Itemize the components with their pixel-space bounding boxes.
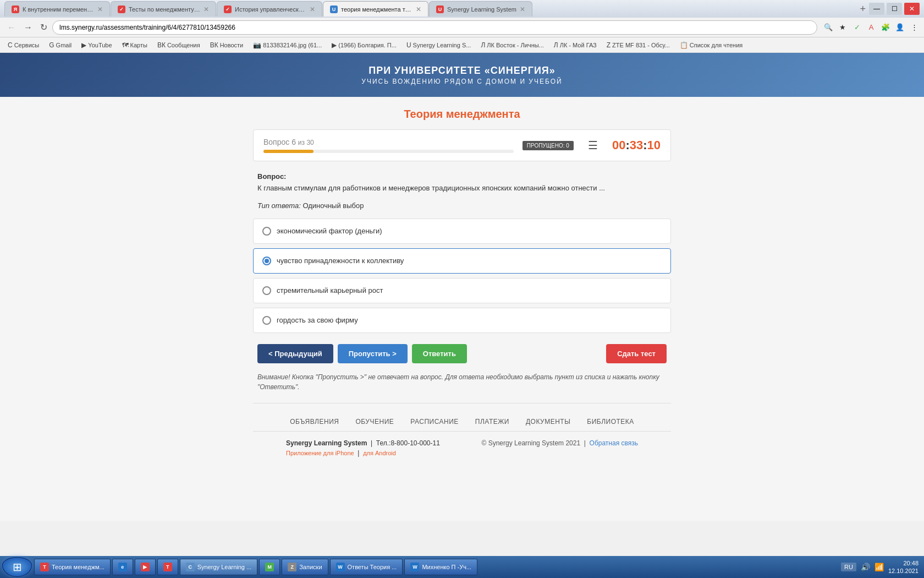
bookmark-список-для-чтения[interactable]: 📋Список для чтения xyxy=(676,40,746,50)
bookmark-лк-восток---личны...[interactable]: ЛЛК Восток - Личны... xyxy=(477,40,547,50)
footer-right: © Synergy Learning System 2021 | Обратна… xyxy=(482,439,638,447)
tab-close-icon[interactable]: ✕ xyxy=(97,6,103,13)
main-container: Теория менеджмента Вопрос 6 из 30 ПРОПУЩ… xyxy=(248,97,676,476)
menu-icon[interactable]: ⋮ xyxy=(909,22,920,33)
taskbar-item-8[interactable]: W Михненко П -Уч... xyxy=(404,559,477,575)
prev-button[interactable]: < Предыдущий xyxy=(257,344,333,363)
tab-label: К внутренним переменным ор... xyxy=(23,6,94,13)
extension-icon[interactable]: 🧩 xyxy=(880,22,891,33)
bookmark-сообщения[interactable]: ВКСообщения xyxy=(154,40,204,50)
taskbar-item-3[interactable]: T xyxy=(157,559,178,575)
bookmark-лк---мой-газ[interactable]: ЛЛК - Мой ГАЗ xyxy=(551,40,600,50)
footer-nav-платежи[interactable]: ПЛАТЕЖИ xyxy=(475,418,509,426)
submit-button[interactable]: Сдать тест xyxy=(606,344,667,363)
new-tab-button[interactable]: + xyxy=(856,4,869,14)
tab-close-icon[interactable]: ✕ xyxy=(204,6,209,13)
iphone-link[interactable]: Приложение для iPhone xyxy=(286,450,354,456)
footer-nav: ОБЪЯВЛЕНИЯОБУЧЕНИЕРАСПИСАНИЕПЛАТЕЖИДОКУМ… xyxy=(253,412,671,432)
network-icon[interactable]: 📶 xyxy=(875,563,884,571)
answer-text-3: стремительный карьерный рост xyxy=(277,286,383,295)
taskbar-date-display: 12.10.2021 xyxy=(888,567,919,575)
browser-tab-3[interactable]: ✓ История управленческой мыс... ✕ xyxy=(217,1,322,17)
answer-option-3[interactable]: стремительный карьерный рост xyxy=(253,278,671,303)
tab-label: История управленческой мыс... xyxy=(235,6,306,13)
bookmark-icon: С xyxy=(8,41,13,49)
taskbar-label-6: Записки xyxy=(299,564,322,570)
account-icon[interactable]: 👤 xyxy=(894,22,905,33)
bookmark-(1966)-болгария.-п...[interactable]: ▶(1966) Болгария. П... xyxy=(328,40,400,50)
feedback-link[interactable]: Обратная связь xyxy=(590,439,638,447)
bookmark-карты[interactable]: 🗺Карты xyxy=(119,40,151,50)
nav-icons: 🔍 ★ ✓ A 🧩 👤 ⋮ xyxy=(823,22,920,33)
taskbar-icon-5: M xyxy=(265,563,274,571)
footer-info: Synergy Learning System | Тел.:8-800-10-… xyxy=(253,432,671,465)
taskbar-icon-0: Т xyxy=(40,563,49,571)
star-icon[interactable]: ★ xyxy=(837,22,848,33)
language-indicator[interactable]: RU xyxy=(841,563,856,571)
taskbar-item-2[interactable]: ▶ xyxy=(135,559,156,575)
bookmark-icon: ▶ xyxy=(81,41,86,49)
taskbar-item-6[interactable]: Z Записки xyxy=(282,559,328,575)
browser-tab-5[interactable]: U Synergy Learning System ✕ xyxy=(429,1,532,17)
bookmark-label: Сообщения xyxy=(167,42,200,48)
footer-nav-документы[interactable]: ДОКУМЕНТЫ xyxy=(526,418,570,426)
footer-nav-объявления[interactable]: ОБЪЯВЛЕНИЯ xyxy=(290,418,339,426)
banner-line1: ПРИ УНИВЕРСИТЕТЕ «СИНЕРГИЯ» xyxy=(361,65,562,77)
taskbar-label-8: Михненко П -Уч... xyxy=(422,564,471,570)
forward-button[interactable]: → xyxy=(21,21,35,34)
address-bar[interactable] xyxy=(52,20,817,35)
question-list-icon[interactable]: ☰ xyxy=(588,139,598,152)
tab-close-icon[interactable]: ✕ xyxy=(520,6,525,13)
search-icon[interactable]: 🔍 xyxy=(823,22,834,33)
footer-nav-библиотека[interactable]: БИБЛИОТЕКА xyxy=(587,418,634,426)
taskbar-time-display: 20:48 xyxy=(888,559,919,567)
taskbar-icon-3: T xyxy=(163,563,172,571)
footer-nav-расписание[interactable]: РАСПИСАНИЕ xyxy=(410,418,459,426)
footer-nav-обучение[interactable]: ОБУЧЕНИЕ xyxy=(355,418,394,426)
minimize-button[interactable]: — xyxy=(869,3,884,15)
taskbar-item-0[interactable]: Т Теория менеджм... xyxy=(34,559,111,575)
progress-section: Вопрос 6 из 30 ПРОПУЩЕНО: 0 ☰ 00:33:10 xyxy=(253,129,671,161)
browser-tab-1[interactable]: Я К внутренним переменным ор... ✕ xyxy=(4,1,110,17)
back-button[interactable]: ← xyxy=(4,21,19,34)
bookmark-zte-mf-831---обсу...[interactable]: ZZTE MF 831 - Обсу... xyxy=(603,40,673,50)
bookmark-gmail[interactable]: GGmail xyxy=(46,40,75,50)
shield-icon: ✓ xyxy=(851,22,862,33)
bookmark-icon: Z xyxy=(607,41,610,49)
maximize-button[interactable]: ☐ xyxy=(887,3,902,15)
bookmark-сервисы[interactable]: ССервисы xyxy=(4,40,42,50)
bookmark-label: 8133832146.jpg (61... xyxy=(263,42,322,48)
pdf-icon[interactable]: A xyxy=(866,22,877,33)
skipped-badge: ПРОПУЩЕНО: 0 xyxy=(522,141,574,150)
answers-section: экономический фактор (деньги) чувство пр… xyxy=(253,219,671,333)
bookmark-label: Список для чтения xyxy=(690,42,743,48)
taskbar-item-5[interactable]: M xyxy=(259,559,280,575)
taskbar-item-1[interactable]: e xyxy=(112,559,133,575)
android-link[interactable]: для Android xyxy=(363,450,396,456)
bookmark-icon: 📋 xyxy=(680,41,688,49)
radio-btn-2 xyxy=(262,257,271,265)
bookmark-synergy-learning-s...[interactable]: USynergy Learning S... xyxy=(403,40,474,50)
start-button[interactable]: ⊞ xyxy=(2,557,32,577)
tab-close-icon[interactable]: ✕ xyxy=(310,6,315,13)
browser-tab-4[interactable]: U теория менеджмента тест для ... ✕ xyxy=(323,1,428,17)
answer-option-1[interactable]: экономический фактор (деньги) xyxy=(253,219,671,244)
answer-text-1: экономический фактор (деньги) xyxy=(277,227,382,235)
taskbar-label-4: Synergy Learning ... xyxy=(197,564,251,570)
reload-button[interactable]: ↻ xyxy=(37,21,50,34)
browser-tab-2[interactable]: ✓ Тесты по менеджменту с отве... ✕ xyxy=(111,1,216,17)
answer-option-2[interactable]: чувство принадлежности к коллективу xyxy=(253,248,671,274)
taskbar-item-4[interactable]: C Synergy Learning ... xyxy=(180,559,257,575)
speaker-icon[interactable]: 🔊 xyxy=(861,563,870,571)
answer-button[interactable]: Ответить xyxy=(412,344,467,363)
taskbar-clock: 20:48 12.10.2021 xyxy=(888,559,919,575)
answer-option-4[interactable]: гордость за свою фирму xyxy=(253,308,671,333)
close-button[interactable]: ✕ xyxy=(904,3,920,15)
tab-close-icon[interactable]: ✕ xyxy=(416,6,421,13)
skip-button[interactable]: Пропустить > xyxy=(338,344,408,363)
question-section: Вопрос: К главным стимулам для работнико… xyxy=(253,172,671,210)
bookmark-8133832146.jpg-(61...[interactable]: 📷8133832146.jpg (61... xyxy=(250,40,325,50)
bookmark-новости[interactable]: ВКНовости xyxy=(207,40,247,50)
bookmark-youtube[interactable]: ▶YouTube xyxy=(78,40,115,50)
taskbar-item-7[interactable]: W Ответы Теория ... xyxy=(330,559,403,575)
